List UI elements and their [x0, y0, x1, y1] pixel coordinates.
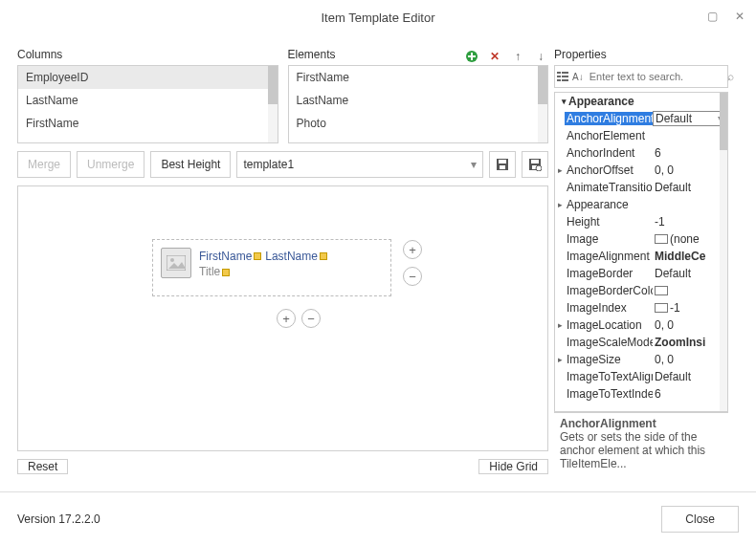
- property-row[interactable]: ▸ImageLocation0, 0: [555, 316, 727, 334]
- categorized-icon[interactable]: [557, 69, 568, 84]
- alphabetical-icon[interactable]: A↓: [572, 69, 584, 84]
- property-row[interactable]: ImageBorderDefault: [555, 265, 727, 282]
- merge-button: Merge: [17, 151, 71, 178]
- chevron-down-icon: ▾: [471, 158, 477, 171]
- template-select[interactable]: template1 ▾: [236, 151, 483, 178]
- svg-point-7: [536, 165, 542, 171]
- remove-row-button[interactable]: −: [403, 267, 422, 286]
- property-row[interactable]: ImageAlignmentMiddleCe: [555, 248, 727, 265]
- drag-handle-icon[interactable]: [320, 252, 327, 260]
- list-item[interactable]: FirstName: [18, 112, 278, 135]
- scrollbar[interactable]: [538, 66, 547, 142]
- list-item[interactable]: LastName: [18, 89, 278, 112]
- add-icon[interactable]: [464, 49, 479, 64]
- list-item[interactable]: Photo: [289, 112, 548, 135]
- drag-handle-icon[interactable]: [222, 269, 230, 276]
- hide-grid-button[interactable]: Hide Grid: [478, 459, 548, 474]
- property-search-input[interactable]: [588, 70, 723, 83]
- property-row[interactable]: ImageBorderColor: [555, 282, 727, 299]
- property-row[interactable]: ImageToTextAlignDefault: [555, 368, 727, 385]
- list-item[interactable]: EmployeeID: [18, 66, 278, 89]
- tile-name-text[interactable]: FirstName LastName: [199, 248, 327, 263]
- save-as-button[interactable]: [522, 151, 548, 178]
- property-row[interactable]: AnchorIndent6: [555, 144, 727, 162]
- svg-rect-14: [557, 79, 561, 81]
- version-text: Version 17.2.2.0: [17, 512, 100, 526]
- add-col-button[interactable]: +: [277, 309, 296, 328]
- svg-point-9: [170, 258, 174, 262]
- delete-icon[interactable]: ✕: [487, 49, 502, 64]
- unmerge-button: Unmerge: [77, 151, 145, 178]
- property-row[interactable]: ▸Appearance: [555, 196, 727, 213]
- property-row[interactable]: ImageIndex-1: [555, 299, 727, 316]
- add-row-button[interactable]: +: [403, 240, 422, 259]
- move-up-icon[interactable]: ↑: [510, 49, 525, 64]
- list-item[interactable]: LastName: [289, 89, 548, 112]
- tile-item[interactable]: FirstName LastName Title: [152, 239, 391, 296]
- image-placeholder-icon[interactable]: [161, 248, 191, 278]
- move-down-icon[interactable]: ↓: [533, 49, 548, 64]
- scrollbar[interactable]: [720, 93, 727, 411]
- tile-title-text[interactable]: Title: [199, 265, 327, 278]
- search-icon[interactable]: ⌕: [727, 69, 734, 84]
- elements-label: Elements: [288, 48, 336, 61]
- svg-rect-15: [562, 79, 568, 81]
- property-grid[interactable]: ▾Appearance AnchorAlignmentDefault▾Ancho…: [554, 92, 728, 412]
- remove-col-button[interactable]: −: [301, 309, 321, 328]
- design-canvas[interactable]: FirstName LastName Title + − + −: [17, 185, 548, 451]
- property-description: AnchorAlignment Gets or sets the side of…: [554, 412, 728, 474]
- drag-handle-icon[interactable]: [254, 252, 261, 260]
- svg-rect-10: [557, 72, 561, 74]
- window-title: Item Template Editor: [322, 11, 435, 25]
- property-row[interactable]: AnimateTransitionDefault: [555, 179, 727, 196]
- save-button[interactable]: [489, 151, 516, 178]
- svg-rect-2: [499, 160, 506, 164]
- scrollbar[interactable]: [268, 66, 278, 142]
- property-row[interactable]: AnchorElement: [555, 127, 727, 144]
- svg-rect-3: [500, 165, 505, 169]
- property-row[interactable]: ImageToTextInde6: [555, 385, 727, 403]
- list-item[interactable]: FirstName: [289, 66, 548, 89]
- template-select-value: template1: [243, 158, 294, 171]
- svg-rect-12: [557, 76, 561, 77]
- property-row[interactable]: AnchorAlignmentDefault▾: [555, 110, 727, 127]
- property-row[interactable]: Image(none: [555, 230, 727, 248]
- property-category[interactable]: Appearance: [568, 95, 634, 108]
- property-row[interactable]: ▸ImageSize0, 0: [555, 351, 727, 368]
- close-icon[interactable]: ✕: [735, 10, 745, 23]
- best-height-button[interactable]: Best Height: [150, 151, 231, 178]
- elements-list[interactable]: FirstName LastName Photo: [288, 65, 549, 143]
- close-button[interactable]: Close: [661, 506, 739, 533]
- reset-button[interactable]: Reset: [17, 459, 68, 474]
- columns-label: Columns: [17, 48, 278, 61]
- svg-rect-5: [531, 160, 539, 164]
- properties-label: Properties: [554, 48, 728, 61]
- svg-rect-13: [562, 76, 568, 77]
- property-row[interactable]: ▸AnchorOffset0, 0: [555, 162, 727, 179]
- columns-list[interactable]: EmployeeID LastName FirstName: [17, 65, 278, 143]
- property-row[interactable]: ImageScaleModeZoomInsi: [555, 334, 727, 351]
- svg-rect-11: [562, 72, 568, 74]
- property-row[interactable]: Height-1: [555, 213, 727, 230]
- maximize-icon[interactable]: ▢: [707, 10, 718, 23]
